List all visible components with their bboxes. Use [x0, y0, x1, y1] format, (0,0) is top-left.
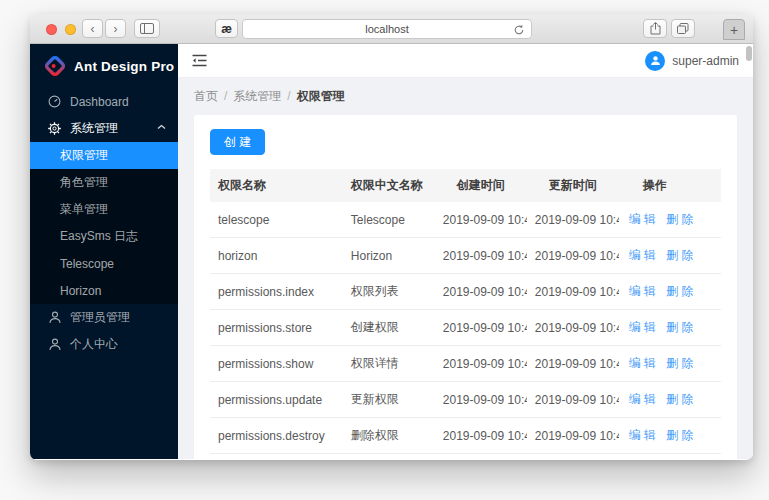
page-scrollbar[interactable]: [746, 46, 752, 61]
edit-link[interactable]: 编 辑: [629, 392, 656, 406]
tabs-icon: [677, 23, 689, 34]
sidebar-item-label: Dashboard: [70, 95, 129, 109]
cell-name: telescope: [210, 202, 343, 238]
dashboard-icon: [48, 95, 61, 108]
share-icon: [650, 22, 661, 35]
table-row: permissions.index 权限列表 2019-09-09 10:43:…: [210, 274, 721, 310]
main-area: super-admin 首页/系统管理/权限管理 创 建 权限名称 权限中文名称…: [178, 44, 753, 459]
username: super-admin: [672, 54, 739, 68]
menu-fold-icon: [192, 54, 207, 67]
cell-cn-name: Horizon: [343, 238, 435, 274]
share-button[interactable]: [643, 19, 667, 38]
user-icon: [650, 55, 661, 66]
sidebar-item-label: 管理员管理: [70, 309, 130, 326]
app-title: Ant Design Pro: [74, 59, 174, 74]
cell-updated: 2019-09-09 10:43:08: [527, 202, 619, 238]
minimize-window-button[interactable]: [65, 24, 76, 35]
delete-link[interactable]: 删 除: [666, 248, 693, 262]
user-icon: [48, 338, 61, 351]
edit-link[interactable]: 编 辑: [629, 356, 656, 370]
ant-design-logo-icon: [44, 55, 66, 77]
sidebar-item-system-management[interactable]: 系统管理: [30, 115, 178, 142]
table-row: permissions.update 更新权限 2019-09-09 10:43…: [210, 382, 721, 418]
reload-icon[interactable]: [513, 24, 525, 36]
sidebar-item-permission-management[interactable]: 权限管理: [30, 142, 178, 169]
cell-updated: 2019-09-09 10:43:08: [527, 454, 619, 460]
table-header-row: 权限名称 权限中文名称 创建时间 更新时间 操作: [210, 169, 721, 202]
sidebar-item-role-management[interactable]: 角色管理: [30, 169, 178, 196]
url-text: localhost: [365, 23, 408, 35]
cell-name: permissions.update: [210, 382, 343, 418]
sidebar-item-label: 权限管理: [60, 147, 108, 164]
app-header: super-admin: [178, 44, 753, 78]
browser-titlebar: ‹ › æ localhost +: [30, 14, 753, 44]
cell-created: 2019-09-09 10:43:08: [435, 418, 527, 454]
sidebar-item-menu-management[interactable]: 菜单管理: [30, 196, 178, 223]
delete-link[interactable]: 删 除: [666, 428, 693, 442]
user-menu[interactable]: super-admin: [645, 51, 739, 71]
cell-name: permissions.index: [210, 274, 343, 310]
create-button[interactable]: 创 建: [210, 129, 265, 155]
table-row: permissions.show 权限详情 2019-09-09 10:43:0…: [210, 346, 721, 382]
cell-created: 2019-09-09 10:43:08: [435, 382, 527, 418]
sidebar-collapse-trigger[interactable]: [192, 54, 207, 67]
breadcrumb-separator: /: [224, 89, 227, 103]
cell-created: 2019-09-09 10:43:08: [435, 274, 527, 310]
column-header-actions: 操作: [619, 169, 721, 202]
edit-link[interactable]: 编 辑: [629, 212, 656, 226]
content-card: 创 建 权限名称 权限中文名称 创建时间 更新时间 操作: [194, 115, 737, 459]
breadcrumb-home[interactable]: 首页: [194, 89, 218, 103]
breadcrumb-system[interactable]: 系统管理: [233, 89, 281, 103]
cell-cn-name: 更新权限: [343, 382, 435, 418]
cell-updated: 2019-09-09 10:43:08: [527, 274, 619, 310]
sidebar-item-easysms-log[interactable]: EasySms 日志: [30, 223, 178, 250]
table-row: permissions.store 创建权限 2019-09-09 10:43:…: [210, 310, 721, 346]
sidebar-item-profile[interactable]: 个人中心: [30, 331, 178, 358]
cell-name: permissions.store: [210, 310, 343, 346]
cell-name: permissions.destroy: [210, 418, 343, 454]
permissions-table: 权限名称 权限中文名称 创建时间 更新时间 操作 telescope Teles…: [210, 169, 721, 459]
cell-name: roles.index: [210, 454, 343, 460]
cell-name: horizon: [210, 238, 343, 274]
gear-icon: [48, 122, 61, 135]
column-header-name: 权限名称: [210, 169, 343, 202]
sidebar-item-horizon[interactable]: Horizon: [30, 277, 178, 304]
cell-updated: 2019-09-09 10:43:08: [527, 382, 619, 418]
app-root: Ant Design Pro Dashboard: [30, 44, 753, 459]
sidebar-item-admin-management[interactable]: 管理员管理: [30, 304, 178, 331]
sidebar-item-label: Telescope: [60, 257, 114, 271]
cell-updated: 2019-09-09 10:43:08: [527, 418, 619, 454]
user-icon: [48, 311, 61, 324]
edit-link[interactable]: 编 辑: [629, 284, 656, 298]
back-icon: ‹: [91, 23, 95, 35]
delete-link[interactable]: 删 除: [666, 212, 693, 226]
column-header-updated: 更新时间: [527, 169, 619, 202]
cell-updated: 2019-09-09 10:43:08: [527, 238, 619, 274]
sidebar-item-label: 角色管理: [60, 174, 108, 191]
site-favicon: æ: [215, 19, 238, 38]
close-window-button[interactable]: [46, 24, 57, 35]
sidebar-item-dashboard[interactable]: Dashboard: [30, 88, 178, 115]
address-bar[interactable]: localhost: [242, 19, 532, 39]
cell-cn-name: 权限详情: [343, 346, 435, 382]
cell-cn-name: Telescope: [343, 202, 435, 238]
browser-back-button[interactable]: ‹: [82, 19, 103, 38]
tab-overview-button[interactable]: [671, 19, 695, 38]
sidebar-item-label: EasySms 日志: [60, 228, 138, 245]
plus-icon: +: [730, 23, 738, 37]
system-management-submenu: 权限管理 角色管理 菜单管理 EasySms 日志 Telescope Hori…: [30, 142, 178, 304]
sidebar-item-telescope[interactable]: Telescope: [30, 250, 178, 277]
new-tab-button[interactable]: +: [723, 19, 745, 40]
delete-link[interactable]: 删 除: [666, 356, 693, 370]
breadcrumb: 首页/系统管理/权限管理: [178, 78, 753, 105]
edit-link[interactable]: 编 辑: [629, 320, 656, 334]
cell-cn-name: 删除权限: [343, 418, 435, 454]
delete-link[interactable]: 删 除: [666, 392, 693, 406]
app-logo[interactable]: Ant Design Pro: [30, 44, 178, 88]
edit-link[interactable]: 编 辑: [629, 428, 656, 442]
delete-link[interactable]: 删 除: [666, 284, 693, 298]
delete-link[interactable]: 删 除: [666, 320, 693, 334]
edit-link[interactable]: 编 辑: [629, 248, 656, 262]
browser-forward-button[interactable]: ›: [105, 19, 126, 38]
browser-sidebar-button[interactable]: [134, 19, 160, 38]
